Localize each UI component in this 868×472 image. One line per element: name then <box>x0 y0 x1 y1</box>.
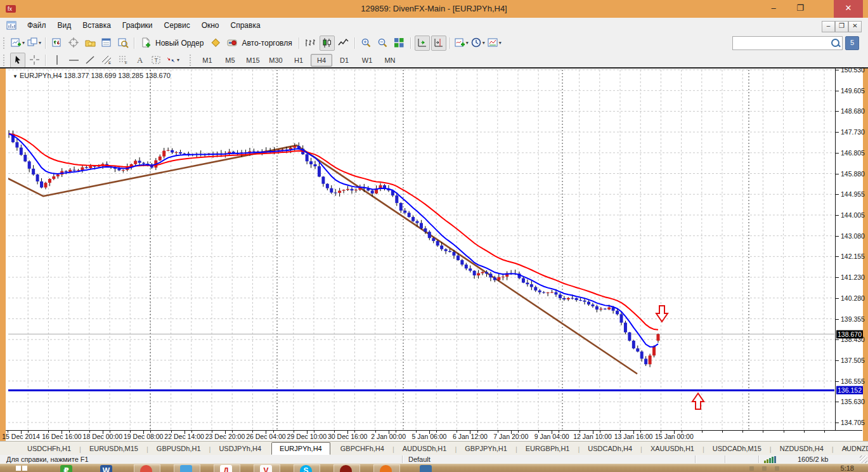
title-bar[interactable]: fx 129859: DivenFX-Main - [EURJPYh,H4] –… <box>0 0 868 18</box>
timeframe-d1[interactable]: D1 <box>334 54 355 67</box>
maximize-button[interactable]: ❐ <box>788 0 812 18</box>
chart-tab-usdjpyh-h4[interactable]: USDJPYh,H4 <box>211 442 269 455</box>
menu-справка[interactable]: Справка <box>225 18 266 30</box>
tray-icon[interactable] <box>775 466 779 471</box>
auto-scroll-button[interactable] <box>415 36 430 51</box>
mdi-restore-button[interactable]: ❐ <box>835 21 848 32</box>
candlestick-chart-button[interactable] <box>320 36 335 51</box>
sell-signal-arrow-icon[interactable] <box>656 306 668 322</box>
timeframe-h1[interactable]: H1 <box>288 54 309 67</box>
chart-area[interactable]: ▼ EURJPYh,H4 138.377 138.699 138.285 138… <box>6 69 862 441</box>
tile-windows-button[interactable] <box>392 36 407 51</box>
tray-icon[interactable] <box>749 466 754 471</box>
auto-trading-button[interactable] <box>224 36 240 51</box>
menu-вид[interactable]: Вид <box>52 18 77 30</box>
text-label-button[interactable]: T <box>148 53 164 68</box>
taskbar-icon-skype[interactable]: S <box>300 465 315 472</box>
new-order-button[interactable] <box>138 36 153 51</box>
taskbar-icon-word[interactable]: W <box>100 465 115 472</box>
date-axis[interactable]: 15 Dec 201416 Dec 16:0018 Dec 00:0019 De… <box>6 430 862 442</box>
timeframe-m5[interactable]: M5 <box>219 54 241 67</box>
taskbar-icon-bank-app[interactable]: ₽ <box>60 465 75 472</box>
timeframe-mn[interactable]: MN <box>379 54 401 67</box>
timeframe-w1[interactable]: W1 <box>356 54 378 67</box>
timeframe-m30[interactable]: M30 <box>265 54 287 67</box>
mdi-minimize-button[interactable]: – <box>822 21 835 32</box>
close-button[interactable]: ✕ <box>834 0 863 18</box>
taskbar-icon-yandex-direct[interactable]: Д <box>220 465 235 472</box>
chart-tab-usdcadh-h4[interactable]: USDCADh,H4 <box>580 442 640 455</box>
taskbar-icon-opera[interactable] <box>340 465 355 472</box>
chart-tab-eurjpyh-h4[interactable]: EURJPYh,H4 <box>271 442 330 455</box>
tray-icon[interactable] <box>762 466 767 471</box>
metaeditor-button[interactable] <box>208 36 223 51</box>
chart-tab-gbpchfh-h4[interactable]: GBPCHFh,H4 <box>332 442 392 455</box>
price-chart[interactable] <box>8 69 835 430</box>
tab-scroll-arrows[interactable]: ◂ ▸ <box>845 444 864 451</box>
text-button[interactable]: A <box>132 53 147 68</box>
data-window-button[interactable] <box>115 36 131 51</box>
minimize-button[interactable]: – <box>761 0 786 18</box>
vertical-line-button[interactable] <box>49 53 65 68</box>
notifications-badge[interactable]: 5 <box>845 36 859 50</box>
menu-окно[interactable]: Окно <box>196 18 225 30</box>
crosshair-button[interactable] <box>27 53 42 68</box>
bar-chart-button[interactable] <box>303 36 318 51</box>
chart-tab-nzdusdh-h4[interactable]: NZDUSDh,H4 <box>772 442 832 455</box>
zoom-out-button[interactable] <box>375 36 391 51</box>
horizontal-line-button[interactable] <box>66 53 81 68</box>
new-order-label[interactable]: Новый Ордер <box>155 39 204 48</box>
cursor-button[interactable] <box>10 53 25 68</box>
search-icon[interactable] <box>831 39 839 47</box>
chart-tab-eurgbph-h1[interactable]: EURGBPh,H1 <box>517 442 578 455</box>
windows-taskbar[interactable]: 5:18 ₽WДVS <box>0 464 868 472</box>
profiles-button[interactable]: ▾ <box>27 36 42 51</box>
resize-grip[interactable] <box>860 456 867 463</box>
market-watch-button[interactable] <box>99 36 114 51</box>
status-profile[interactable]: Default <box>408 456 431 463</box>
chart-tab-gbpjpyh-h1[interactable]: GBPJPYh,H1 <box>457 442 515 455</box>
taskbar-icon-messenger[interactable] <box>180 465 195 472</box>
mdi-close-button[interactable]: ✕ <box>848 21 862 32</box>
chart-tab-eurusdh-m15[interactable]: EURUSDh,M15 <box>81 442 146 455</box>
chart-tab-audusdh-h1[interactable]: AUDUSDh,H1 <box>394 442 455 455</box>
buy-signal-arrow-icon[interactable] <box>692 393 704 409</box>
timeframe-h4[interactable]: H4 <box>311 54 332 67</box>
menu-сервис[interactable]: Сервис <box>159 18 196 30</box>
trendline-button[interactable] <box>82 53 98 68</box>
crosshair-target-button[interactable] <box>66 36 81 51</box>
zoom-in-button[interactable] <box>359 36 374 51</box>
chart-tab-xauusdh-h1[interactable]: XAUUSDh,H1 <box>642 442 703 455</box>
favorites-button[interactable] <box>82 36 98 51</box>
menu-графики[interactable]: Графики <box>117 18 159 30</box>
line-chart-button[interactable] <box>336 36 351 51</box>
toolbar-grip[interactable] <box>3 55 8 66</box>
symbols-button[interactable] <box>49 36 65 51</box>
price-axis[interactable]: 150.530149.605148.680147.730146.805145.8… <box>835 69 863 441</box>
toolbar-grip[interactable] <box>3 37 8 49</box>
legend-collapse-icon[interactable]: ▼ <box>13 74 18 79</box>
taskbar-icon-chrome[interactable] <box>140 465 155 472</box>
menu-вставка[interactable]: Вставка <box>77 18 117 30</box>
new-chart-button[interactable]: ▾ <box>10 36 25 51</box>
auto-trading-label[interactable]: Авто-торговля <box>242 39 292 48</box>
search-input[interactable] <box>734 37 829 49</box>
chart-shift-button[interactable] <box>431 36 446 51</box>
periods-button[interactable]: ▾ <box>470 36 486 51</box>
indicators-button[interactable]: ▾ <box>454 36 469 51</box>
taskbar-icon-amigo[interactable] <box>380 465 395 472</box>
equidistant-channel-button[interactable]: E <box>99 53 114 68</box>
taskbar-icon-yandex-browser[interactable]: V <box>260 465 275 472</box>
templates-button[interactable]: ▾ <box>487 36 502 51</box>
taskbar-icon-windows-start[interactable] <box>15 465 30 472</box>
menu-файл[interactable]: Файл <box>22 18 52 30</box>
chart-tab-usdcadh-m15[interactable]: USDCADh,M15 <box>704 442 770 455</box>
timeframe-m15[interactable]: M15 <box>242 54 264 67</box>
chart-tab-gbpusdh-h1[interactable]: GBPUSDh,H1 <box>148 442 209 455</box>
chart-window-icon[interactable] <box>6 20 18 32</box>
timeframe-m1[interactable]: M1 <box>197 54 218 67</box>
fibonacci-button[interactable]: F <box>115 53 131 68</box>
arrows-tool-button[interactable]: ▾ <box>165 53 180 68</box>
taskbar-icon-explorer[interactable] <box>420 465 435 472</box>
chart-tab-usdchfh-h1[interactable]: USDCHFh,H1 <box>19 442 79 455</box>
